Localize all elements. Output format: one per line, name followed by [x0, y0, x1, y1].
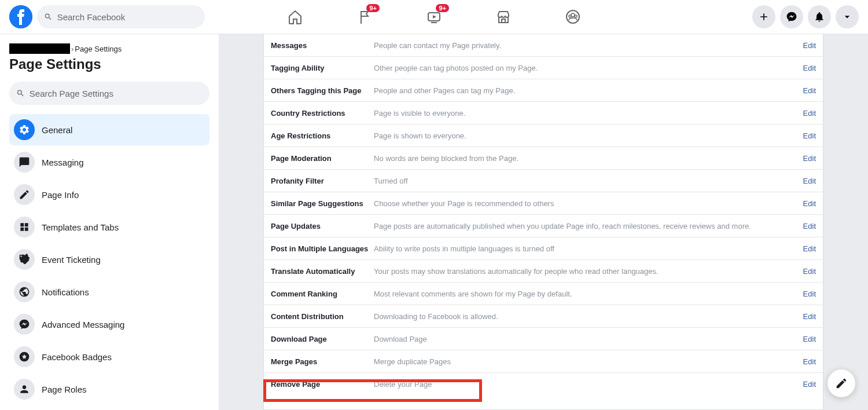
settings-row-value: Page is shown to everyone.: [374, 131, 803, 140]
page-title: Page Settings: [9, 56, 209, 72]
sidebar-item-label: General: [42, 125, 72, 135]
settings-row-edit[interactable]: Edit: [803, 380, 816, 389]
pencil-icon: [19, 189, 30, 200]
settings-row-label: Comment Ranking: [271, 290, 374, 298]
settings-row: MessagesPeople can contact my Page priva…: [264, 34, 823, 57]
search-icon: [16, 89, 25, 98]
settings-row-edit[interactable]: Edit: [803, 109, 816, 118]
account-button[interactable]: [836, 5, 859, 28]
settings-row-edit[interactable]: Edit: [803, 199, 816, 208]
settings-row-edit[interactable]: Edit: [803, 267, 816, 276]
settings-row-label: Age Restrictions: [271, 131, 374, 140]
settings-row: Country RestrictionsPage is visible to e…: [264, 102, 823, 125]
notifications-button[interactable]: [808, 5, 831, 28]
settings-row-label: Content Distribution: [271, 312, 374, 321]
home-icon: [287, 9, 303, 25]
sidebar-item-page-info[interactable]: Page Info: [9, 179, 209, 210]
settings-row-label: Merge Pages: [271, 357, 374, 366]
sidebar-item-label: Page Roles: [42, 385, 87, 394]
bell-icon: [814, 11, 825, 23]
nav-pages-badge: 9+: [366, 4, 380, 12]
settings-row-label: Profanity Filter: [271, 177, 374, 185]
nav-groups[interactable]: [540, 2, 605, 32]
settings-search[interactable]: [9, 82, 209, 105]
settings-row-edit[interactable]: Edit: [803, 64, 816, 72]
sidebar-item-templates[interactable]: Templates and Tabs: [9, 211, 209, 243]
nav-watch[interactable]: 9+: [402, 2, 466, 32]
settings-row-edit[interactable]: Edit: [803, 41, 816, 50]
settings-row: Comment RankingMost relevant comments ar…: [264, 283, 823, 305]
breadcrumb-page-name[interactable]: [9, 43, 70, 54]
settings-row-value: Merge duplicate Pages: [374, 357, 803, 366]
chat-icon: [19, 156, 30, 168]
sidebar-item-advanced-messaging[interactable]: Advanced Messaging: [9, 309, 209, 340]
facebook-logo[interactable]: [9, 5, 32, 28]
settings-row-edit[interactable]: Edit: [803, 357, 816, 366]
nav-home[interactable]: [263, 2, 328, 32]
sidebar-item-label: Messaging: [42, 158, 84, 167]
sidebar-item-facebook-badges[interactable]: Facebook Badges: [9, 341, 209, 372]
settings-row-edit[interactable]: Edit: [803, 312, 816, 321]
nav-watch-badge: 9+: [436, 4, 449, 12]
settings-row-label: Page Moderation: [271, 154, 374, 163]
settings-row: Page ModerationNo words are being blocke…: [264, 147, 823, 170]
settings-row: Download PageDownload PageEdit: [264, 328, 823, 350]
settings-row-edit[interactable]: Edit: [803, 131, 816, 140]
grid-icon: [19, 221, 30, 233]
create-button[interactable]: [752, 5, 775, 28]
sidebar-item-messaging[interactable]: Messaging: [9, 147, 209, 178]
sidebar-item-event-ticketing[interactable]: Event Ticketing: [9, 244, 209, 275]
settings-row-value: No words are being blocked from the Page…: [374, 154, 803, 163]
settings-row-value: Turned off: [374, 177, 803, 185]
compose-fab[interactable]: [827, 369, 855, 397]
settings-row-edit[interactable]: Edit: [803, 222, 816, 230]
settings-row-label: Translate Automatically: [271, 267, 374, 276]
settings-row-value: Delete your Page: [374, 380, 803, 389]
chevron-down-icon: [841, 11, 853, 23]
settings-row: Content DistributionDownloading to Faceb…: [264, 305, 823, 328]
settings-row-label: Country Restrictions: [271, 109, 374, 118]
global-header: 9+ 9+: [0, 0, 868, 34]
breadcrumb-current: Page Settings: [75, 45, 122, 53]
messenger-icon: [786, 11, 797, 23]
sidebar-item-notifications[interactable]: Notifications: [9, 276, 209, 308]
settings-row-value: Most relevant comments are shown for my …: [374, 290, 803, 298]
svg-point-4: [569, 15, 571, 17]
person-icon: [19, 383, 30, 395]
settings-row-label: Download Page: [271, 335, 374, 343]
header-actions: [752, 5, 859, 28]
messenger-button[interactable]: [780, 5, 803, 28]
settings-row-label: Tagging Ability: [271, 64, 374, 72]
settings-search-input[interactable]: [30, 89, 203, 98]
settings-row-edit[interactable]: Edit: [803, 244, 816, 253]
global-search-input[interactable]: [57, 12, 198, 22]
star-badge-icon: [19, 351, 30, 363]
settings-panel: MessagesPeople can contact my Page priva…: [263, 34, 823, 410]
svg-point-3: [571, 13, 575, 17]
compose-icon: [835, 377, 848, 390]
sidebar-item-label: Event Ticketing: [42, 255, 101, 265]
settings-row: Profanity FilterTurned offEdit: [264, 170, 823, 192]
nav-pages[interactable]: 9+: [332, 2, 397, 32]
settings-row-value: Page posts are automatically published w…: [374, 222, 803, 230]
settings-row: Tagging AbilityOther people can tag phot…: [264, 57, 823, 79]
settings-row-label: Page Updates: [271, 222, 374, 230]
settings-row-edit[interactable]: Edit: [803, 177, 816, 185]
nav-marketplace[interactable]: [471, 2, 536, 32]
sidebar-item-general[interactable]: General: [9, 114, 209, 145]
settings-row: Similar Page SuggestionsChoose whether y…: [264, 192, 823, 215]
search-icon: [44, 12, 53, 21]
settings-row-value: Other people can tag photos posted on my…: [374, 64, 803, 72]
settings-row-edit[interactable]: Edit: [803, 335, 816, 343]
global-search[interactable]: [37, 5, 205, 28]
settings-row-edit[interactable]: Edit: [803, 154, 816, 163]
settings-row-value: Download Page: [374, 335, 803, 343]
settings-row-value: Page is visible to everyone.: [374, 109, 803, 118]
svg-point-5: [575, 15, 577, 17]
sidebar-item-page-roles[interactable]: Page Roles: [9, 374, 209, 405]
settings-row-edit[interactable]: Edit: [803, 290, 816, 298]
settings-row-label: Others Tagging this Page: [271, 86, 374, 95]
settings-row-label: Similar Page Suggestions: [271, 199, 374, 208]
settings-row-edit[interactable]: Edit: [803, 86, 816, 95]
settings-row-value: People and other Pages can tag my Page.: [374, 86, 803, 95]
